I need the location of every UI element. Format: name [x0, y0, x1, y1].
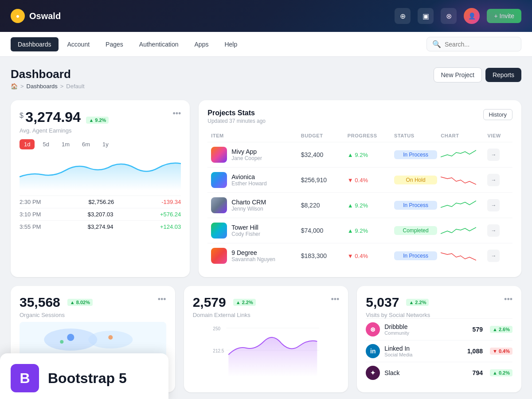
search-area[interactable]: 🔍	[426, 37, 521, 51]
amount-3: $3,274.94	[88, 223, 113, 230]
nav-item-help[interactable]: Help	[217, 37, 244, 51]
social-header: 5,037 ▲ 2.2% Visits by Social Networks	[366, 295, 430, 318]
map-area	[20, 322, 166, 357]
organic-subtitle: Organic Sessions	[20, 312, 93, 318]
search-input[interactable]	[445, 41, 516, 48]
domain-more-button[interactable]: •••	[331, 295, 339, 304]
data-row-3: 3:55 PM $3,274.94 +124.03	[20, 220, 181, 233]
project-item-charto: Charto CRM Jenny Wilson	[211, 197, 297, 213]
history-button[interactable]: History	[483, 109, 512, 120]
top-cards-row: $ 3,274.94 ▲ 9.2% Avg. Agent Earnings ••…	[11, 100, 521, 277]
new-project-button[interactable]: New Project	[434, 67, 482, 82]
project-name-tower: Tower Hill	[231, 224, 260, 231]
linkedin-name: Linked In	[384, 345, 412, 352]
breadcrumb-dashboards[interactable]: Dashboards	[27, 83, 58, 90]
status-avionica: On Hold	[394, 176, 437, 184]
linkedin-type: Social Media	[384, 352, 412, 357]
logo-area[interactable]: ● Oswald	[11, 9, 61, 23]
view-arrow-mivy[interactable]: →	[487, 149, 500, 161]
project-item-mivy: Mivy App Jane Cooper	[211, 147, 297, 163]
filter-1y[interactable]: 1y	[98, 139, 113, 149]
avatar[interactable]: 👤	[464, 8, 480, 24]
page-header: Dashboard 🏠 > Dashboards > Default New P…	[11, 67, 521, 90]
project-icon-charto	[211, 197, 227, 213]
dribbble-stats: 579 ▲ 2.6%	[473, 326, 512, 333]
main-content: Dashboard 🏠 > Dashboards > Default New P…	[0, 57, 532, 399]
nav-actions: ⊕ ▣ ⊗ 👤 + Invite	[395, 8, 521, 24]
col-status: STATUS	[394, 133, 437, 138]
domain-number: 2,579	[193, 295, 226, 310]
currency-symbol: $	[20, 112, 23, 120]
change-2: +576.24	[160, 211, 181, 218]
amount-1: $2,756.26	[88, 199, 114, 205]
project-person-9degree: Savannah Nguyen	[231, 256, 275, 262]
mask-icon-btn[interactable]: ⊕	[395, 8, 411, 24]
change-1: -139.34	[161, 199, 181, 205]
page-title: Dashboard	[11, 67, 85, 81]
status-mivy: In Process	[394, 150, 437, 159]
project-row-tower: Tower Hill Cody Fisher $74,000 ▲ 9.2% Co…	[207, 218, 512, 243]
share-icon-btn[interactable]: ⊗	[441, 8, 457, 24]
filter-5d[interactable]: 5d	[38, 139, 53, 149]
social-item-linkedin: in Linked In Social Media 1,088 ▼ 0.4%	[366, 340, 512, 362]
project-row-avionica: Avionica Esther Howard $256,910 ▼ 0.4% O…	[207, 167, 512, 192]
project-person-mivy: Jane Cooper	[231, 155, 262, 161]
domain-card: 2,579 ▲ 2.2% Domain External Links •••	[184, 286, 348, 392]
domain-header: 2,579 ▲ 2.2% Domain External Links	[193, 295, 256, 318]
earnings-subtitle: Avg. Agent Earnings	[20, 127, 109, 134]
nav-item-account[interactable]: Account	[60, 37, 97, 51]
invite-button[interactable]: + Invite	[487, 9, 521, 23]
col-view: VIEW	[487, 133, 509, 138]
nav-item-authentication[interactable]: Authentication	[132, 37, 186, 51]
nav-item-pages[interactable]: Pages	[98, 37, 130, 51]
status-tower: Completed	[394, 226, 437, 235]
earnings-more-button[interactable]: •••	[172, 109, 181, 118]
bootstrap-icon: B	[11, 364, 39, 392]
dribbble-icon: ⊛	[366, 322, 380, 336]
social-number: 5,037	[366, 295, 399, 310]
earnings-card: $ 3,274.94 ▲ 9.2% Avg. Agent Earnings ••…	[11, 100, 190, 277]
view-arrow-avionica[interactable]: →	[487, 174, 500, 186]
organic-header: 35,568 ▲ 8.02% Organic Sessions	[20, 295, 93, 318]
social-badge: ▲ 2.2%	[406, 299, 429, 306]
domain-chart: 250 212.5	[193, 324, 340, 379]
project-name-avionica: Avionica	[231, 173, 266, 180]
view-arrow-charto[interactable]: →	[487, 199, 500, 211]
organic-more-button[interactable]: •••	[158, 295, 166, 304]
time-label-3: 3:55 PM	[20, 223, 41, 230]
social-more-button[interactable]: •••	[504, 295, 512, 304]
view-arrow-tower[interactable]: →	[487, 224, 500, 237]
linkedin-icon: in	[366, 344, 380, 358]
projects-title-area: Projects Stats Updated 37 minutes ago	[207, 109, 266, 124]
filter-1m[interactable]: 1m	[57, 139, 74, 149]
data-row-1: 2:30 PM $2,756.26 -139.34	[20, 196, 181, 208]
col-budget: BUDGET	[301, 133, 344, 138]
filter-1d[interactable]: 1d	[20, 139, 35, 149]
nav-item-dashboards[interactable]: Dashboards	[11, 37, 59, 51]
slack-badge: ▲ 0.2%	[490, 369, 512, 376]
chart-charto	[441, 199, 476, 212]
col-progress: PROGRESS	[348, 133, 391, 138]
search-icon: 🔍	[432, 40, 441, 48]
logo-text: Oswald	[29, 11, 61, 21]
progress-mivy: ▲ 9.2%	[348, 152, 391, 158]
filter-6m[interactable]: 6m	[78, 139, 94, 149]
time-label-1: 2:30 PM	[20, 199, 41, 205]
amount-2: $3,207.03	[88, 211, 113, 218]
earnings-header: $ 3,274.94 ▲ 9.2% Avg. Agent Earnings	[20, 109, 109, 134]
reports-button[interactable]: Reports	[485, 68, 521, 82]
col-chart: CHART	[441, 133, 484, 138]
projects-updated: Updated 37 minutes ago	[207, 118, 266, 124]
progress-avionica: ▼ 0.4%	[348, 177, 391, 184]
view-arrow-9degree[interactable]: →	[487, 250, 500, 262]
earnings-chart	[20, 155, 181, 190]
progress-charto: ▲ 9.2%	[348, 202, 391, 209]
domain-subtitle: Domain External Links	[193, 312, 256, 318]
monitor-icon-btn[interactable]: ▣	[418, 8, 434, 24]
svg-point-3	[60, 340, 63, 344]
project-name-charto: Charto CRM	[231, 199, 266, 206]
nav-item-apps[interactable]: Apps	[188, 37, 216, 51]
projects-stats-card: Projects Stats Updated 37 minutes ago Hi…	[199, 100, 521, 277]
logo-icon: ●	[11, 9, 25, 23]
breadcrumb: 🏠 > Dashboards > Default	[11, 83, 85, 90]
